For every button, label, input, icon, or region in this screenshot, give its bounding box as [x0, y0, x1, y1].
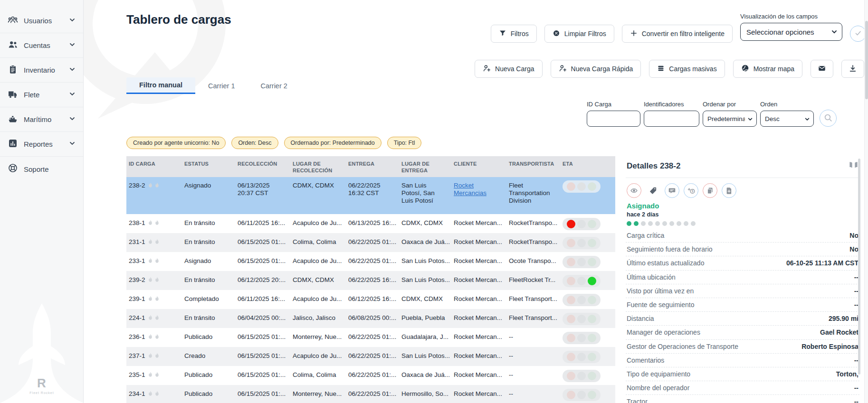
column-header[interactable]: ETA	[560, 156, 615, 170]
ordenar-por-group: Ordenar por Predeterminado	[703, 101, 757, 127]
eta-light	[577, 334, 586, 342]
field-visibility-select[interactable]: Seleccionar opciones	[740, 23, 842, 41]
flame-icon	[148, 182, 153, 188]
limpiar-filtros-button[interactable]: Limpiar Filtros	[544, 25, 614, 43]
column-header[interactable]: RECOLECCIÓN	[235, 156, 290, 170]
page-scrollbar[interactable]	[864, 0, 868, 403]
ordenar-por-select[interactable]: Predeterminado	[703, 111, 757, 127]
column-header[interactable]: TRANSPORTISTA	[506, 156, 560, 170]
table-row[interactable]: 224-1En tránsito06/04/2025 00:...Jalisco…	[126, 309, 615, 328]
eta-light	[577, 220, 586, 228]
field-label: Manager de operaciones	[627, 328, 700, 337]
copy-icon[interactable]	[703, 183, 717, 198]
delivery-date-cell: 06/22/2025 01:...	[346, 328, 399, 347]
comment-icon[interactable]	[665, 183, 679, 198]
tag-icon[interactable]	[646, 183, 660, 198]
filter-chip[interactable]: Orden: Desc	[231, 137, 278, 149]
pickup-date-cell: 06/15/2025 01:...	[235, 385, 290, 403]
download-button[interactable]	[841, 60, 864, 78]
progress-dot	[648, 221, 653, 226]
table-row[interactable]: 237-1Creado06/15/2025 01:...Acapulco de …	[126, 347, 615, 366]
globe-icon	[741, 64, 749, 74]
filtros-button[interactable]: Filtros	[491, 25, 537, 43]
orden-select[interactable]: Desc	[760, 111, 814, 127]
apply-visibility-button[interactable]	[850, 26, 866, 42]
tab-carrier-1[interactable]: Carrier 1	[195, 77, 248, 94]
sidebar-item-usuarios[interactable]: Usuarios	[0, 9, 83, 33]
pickup-place-cell: Colima, Colima	[290, 233, 346, 252]
tab-filtro-manual[interactable]: Filtro manual	[126, 77, 195, 94]
chips-row: Creado por agente unicornio: NoOrden: De…	[126, 137, 421, 149]
cargas-masivas-button[interactable]: Cargas masivas	[649, 60, 725, 78]
eye-icon[interactable]	[627, 183, 641, 198]
sidebar-item-flete[interactable]: Flete	[0, 83, 83, 107]
client-link[interactable]: Rocket Mercancias	[454, 182, 486, 197]
flame-icon	[148, 334, 153, 340]
sidebar-item-maritimo[interactable]: Marítimo	[0, 107, 83, 132]
table-row[interactable]: 238-1En tránsito06/11/2025 16:...Acapulc…	[126, 214, 615, 233]
table-row[interactable]: 236-1Publicado06/15/2025 01:...Monterrey…	[126, 328, 615, 347]
column-header[interactable]: ID CARGA	[126, 156, 182, 170]
delivery-place-cell: Oaxaca de Juá...	[399, 233, 451, 252]
details-scrollbar[interactable]	[858, 159, 860, 375]
filter-chip[interactable]: Creado por agente unicornio: No	[126, 137, 226, 149]
sidebar-item-inventario[interactable]: Inventario	[0, 58, 83, 83]
eta-cell	[560, 328, 615, 347]
page-scrollbar-thumb[interactable]	[865, 21, 868, 99]
eta-light	[577, 353, 586, 361]
sidebar-item-label: Inventario	[24, 66, 63, 74]
nueva-carga-button[interactable]: Nueva Carga	[475, 60, 543, 78]
details-action-bar: $	[627, 183, 859, 198]
flame-icon	[148, 315, 153, 321]
table-row[interactable]: 239-2En tránsito06/12/2025 20:...CDMX, C…	[126, 271, 615, 290]
eta-light	[577, 296, 586, 304]
search-button[interactable]	[820, 110, 837, 127]
plus-icon	[630, 29, 638, 38]
id-carga-input[interactable]	[587, 111, 640, 127]
details-field-row: Seguimiento fuera de horarioNo	[626, 243, 859, 256]
tab-carrier-2[interactable]: Carrier 2	[248, 77, 300, 94]
convertir-filtro-button[interactable]: Convertir en filtro inteligente	[622, 25, 733, 43]
pickup-date-cell: 06/15/2025 01:...	[235, 347, 290, 366]
column-header[interactable]: LUGAR DE RECOLECCIÓN	[290, 156, 346, 177]
eta-light	[588, 182, 596, 191]
eta-indicator	[563, 351, 601, 363]
details-header: Detalles 238-2	[626, 156, 859, 178]
table-row[interactable]: 239-1Completado06/11/2025 16:...Acapulco…	[126, 290, 615, 309]
nueva-carga-rapida-button[interactable]: Nueva Carga Rápida	[551, 60, 641, 78]
email-button[interactable]	[811, 60, 833, 78]
field-value: --	[854, 384, 858, 392]
column-header[interactable]: LUGAR DE ENTREGA	[399, 156, 451, 177]
mostrar-mapa-button[interactable]: Mostrar mapa	[733, 60, 802, 78]
table-row[interactable]: 231-1En tránsito06/15/2025 01:...Colima,…	[126, 233, 615, 252]
eta-indicator	[563, 370, 601, 382]
column-header[interactable]: ESTATUS	[182, 156, 235, 170]
orden-group: Orden Desc	[760, 101, 814, 127]
add-money-icon[interactable]: $	[684, 183, 698, 198]
table-row[interactable]: 238-2Asignado06/13/2025 20:37 CSTCDMX, C…	[126, 177, 615, 214]
eta-light	[588, 239, 596, 247]
chevron-down-icon	[69, 17, 76, 25]
sidebar-item-soporte[interactable]: Soporte	[0, 157, 83, 181]
book-icon[interactable]	[849, 160, 858, 172]
filter-chip[interactable]: Tipo: Ftl	[387, 137, 422, 149]
pickup-place-cell: CDMX, CDMX	[290, 271, 346, 290]
table-row[interactable]: 233-1Asignado06/15/2025 01:...Acapulco d…	[126, 252, 615, 271]
carrier-cell: Fleet Transport...	[506, 309, 560, 328]
table-row[interactable]: 235-1Publicado06/15/2025 01:...Colima, C…	[126, 366, 615, 385]
column-header[interactable]: CLIENTE	[451, 156, 506, 170]
add-document-icon[interactable]	[722, 183, 736, 198]
carrier-cell: Ocote Transpo...	[506, 252, 560, 271]
sidebar-item-reportes[interactable]: Reportes	[0, 132, 83, 157]
toolbar-row-1: Filtros Limpiar Filtros Convertir en fil…	[491, 13, 866, 43]
filter-chip[interactable]: Ordernado por: Predeterminado	[284, 137, 382, 149]
sidebar-item-label: Cuentas	[24, 41, 63, 49]
eta-indicator	[563, 237, 601, 249]
sidebar-menu: Usuarios Cuentas Inventario Flete Maríti	[0, 0, 83, 181]
person-plus-icon	[559, 64, 567, 74]
eta-light	[577, 258, 586, 266]
table-row[interactable]: 234-1Publicado06/15/2025 01:...Monterrey…	[126, 385, 615, 403]
column-header[interactable]: ENTREGA	[346, 156, 399, 170]
sidebar-item-cuentas[interactable]: Cuentas	[0, 33, 83, 58]
identificadores-input[interactable]	[644, 111, 699, 127]
